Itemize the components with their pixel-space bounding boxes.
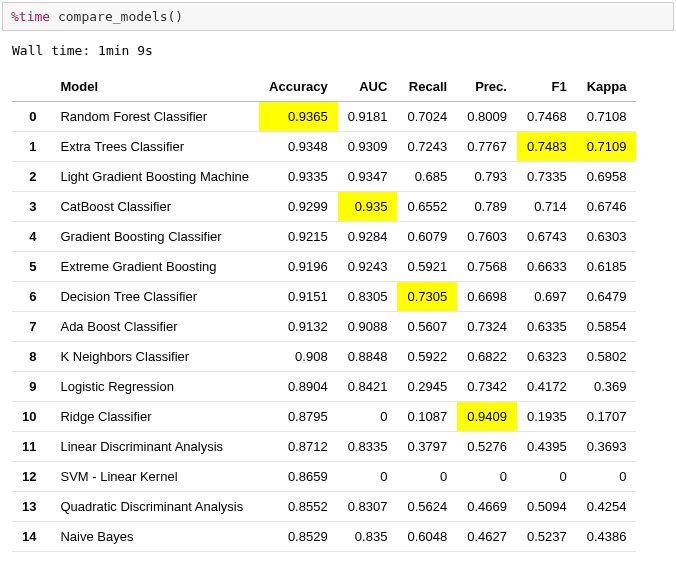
metric-cell: 0.6746 [577, 192, 637, 222]
metric-cell: 0.6552 [397, 192, 457, 222]
metric-cell: 0.793 [457, 162, 517, 192]
table-row: 3CatBoost Classifier0.92990.9350.65520.7… [12, 192, 636, 222]
metric-cell: 0.8421 [338, 372, 398, 402]
metric-cell: 0.9196 [259, 252, 338, 282]
metric-cell: 0.5922 [397, 342, 457, 372]
metric-cell: 0 [577, 462, 637, 492]
model-name: Decision Tree Classifier [50, 282, 259, 312]
metric-cell: 0.8904 [259, 372, 338, 402]
metric-cell: 0.7468 [517, 102, 577, 132]
metric-cell: 0.7342 [457, 372, 517, 402]
metric-cell: 0.4395 [517, 432, 577, 462]
metric-cell: 0.7568 [457, 252, 517, 282]
metric-cell: 0.9088 [338, 312, 398, 342]
metric-cell: 0.789 [457, 192, 517, 222]
header-auc: AUC [338, 72, 398, 102]
metric-cell: 0.6323 [517, 342, 577, 372]
metric-cell: 0.4254 [577, 492, 637, 522]
header-row: Model Accuracy AUC Recall Prec. F1 Kappa [12, 72, 636, 102]
metric-cell: 0.9348 [259, 132, 338, 162]
metric-cell: 0.7335 [517, 162, 577, 192]
metric-cell: 0.4386 [577, 522, 637, 552]
row-index: 9 [12, 372, 50, 402]
row-index: 11 [12, 432, 50, 462]
model-name: Extreme Gradient Boosting [50, 252, 259, 282]
metric-cell: 0.9243 [338, 252, 398, 282]
table-row: 6Decision Tree Classifier0.91510.83050.7… [12, 282, 636, 312]
metric-cell: 0.9347 [338, 162, 398, 192]
metric-cell: 0.5276 [457, 432, 517, 462]
metric-cell: 0.5624 [397, 492, 457, 522]
metric-cell: 0.8552 [259, 492, 338, 522]
metric-cell: 0.4627 [457, 522, 517, 552]
metric-cell: 0.8307 [338, 492, 398, 522]
metric-cell: 0 [397, 462, 457, 492]
table-row: 11Linear Discriminant Analysis0.87120.83… [12, 432, 636, 462]
table-row: 5Extreme Gradient Boosting0.91960.92430.… [12, 252, 636, 282]
metric-cell: 0.6303 [577, 222, 637, 252]
header-index [12, 72, 50, 102]
metric-cell: 0.6633 [517, 252, 577, 282]
metric-cell: 0.5802 [577, 342, 637, 372]
row-index: 0 [12, 102, 50, 132]
metric-cell: 0.8795 [259, 402, 338, 432]
metric-cell: 0.8712 [259, 432, 338, 462]
metric-cell: 0.9284 [338, 222, 398, 252]
row-index: 1 [12, 132, 50, 162]
metric-cell: 0.685 [397, 162, 457, 192]
metric-cell: 0.908 [259, 342, 338, 372]
row-index: 3 [12, 192, 50, 222]
table-row: 7Ada Boost Classifier0.91320.90880.56070… [12, 312, 636, 342]
table-row: 0Random Forest Classifier0.93650.91810.7… [12, 102, 636, 132]
table-row: 8K Neighbors Classifier0.9080.88480.5922… [12, 342, 636, 372]
metric-cell: 0.6743 [517, 222, 577, 252]
metric-cell: 0.6335 [517, 312, 577, 342]
table-row: 9Logistic Regression0.89040.84210.29450.… [12, 372, 636, 402]
metric-cell: 0.7109 [577, 132, 637, 162]
metric-cell: 0.6958 [577, 162, 637, 192]
metric-cell: 0.714 [517, 192, 577, 222]
row-index: 8 [12, 342, 50, 372]
metric-cell: 0.935 [338, 192, 398, 222]
metric-cell: 0.8529 [259, 522, 338, 552]
header-kappa: Kappa [577, 72, 637, 102]
metric-cell: 0.7024 [397, 102, 457, 132]
table-row: 4Gradient Boosting Classifier0.92150.928… [12, 222, 636, 252]
results-body: 0Random Forest Classifier0.93650.91810.7… [12, 102, 636, 552]
metric-cell: 0 [457, 462, 517, 492]
metric-cell: 0 [517, 462, 577, 492]
metric-cell: 0 [338, 462, 398, 492]
row-index: 5 [12, 252, 50, 282]
metric-cell: 0.8659 [259, 462, 338, 492]
metric-cell: 0.3797 [397, 432, 457, 462]
row-index: 10 [12, 402, 50, 432]
metric-cell: 0.4172 [517, 372, 577, 402]
row-index: 14 [12, 522, 50, 552]
metric-cell: 0.9181 [338, 102, 398, 132]
metric-cell: 0.9151 [259, 282, 338, 312]
metric-cell: 0.6479 [577, 282, 637, 312]
metric-cell: 0.3693 [577, 432, 637, 462]
metric-cell: 0.7767 [457, 132, 517, 162]
metric-cell: 0.6185 [577, 252, 637, 282]
model-name: Quadratic Discriminant Analysis [50, 492, 259, 522]
row-index: 7 [12, 312, 50, 342]
code-cell[interactable]: %time compare_models() [2, 2, 674, 31]
results-table: Model Accuracy AUC Recall Prec. F1 Kappa… [12, 72, 636, 552]
metric-cell: 0.9299 [259, 192, 338, 222]
model-name: Extra Trees Classifier [50, 132, 259, 162]
metric-cell: 0.7305 [397, 282, 457, 312]
metric-cell: 0.9365 [259, 102, 338, 132]
metric-cell: 0.9409 [457, 402, 517, 432]
metric-cell: 0.8009 [457, 102, 517, 132]
metric-cell: 0.9335 [259, 162, 338, 192]
metric-cell: 0.5607 [397, 312, 457, 342]
header-recall: Recall [397, 72, 457, 102]
model-name: Naive Bayes [50, 522, 259, 552]
model-name: SVM - Linear Kernel [50, 462, 259, 492]
row-index: 12 [12, 462, 50, 492]
header-model: Model [50, 72, 259, 102]
metric-cell: 0.2945 [397, 372, 457, 402]
metric-cell: 0.697 [517, 282, 577, 312]
metric-cell: 0.1087 [397, 402, 457, 432]
